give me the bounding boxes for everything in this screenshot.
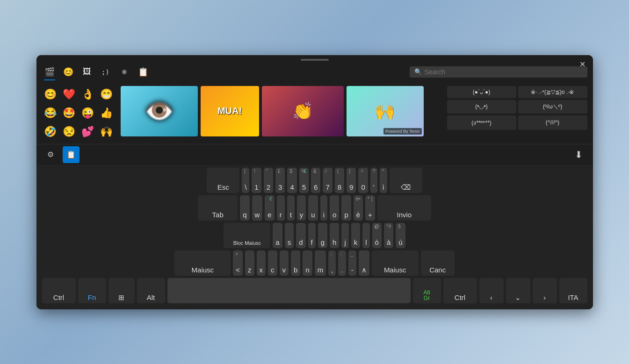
key-ctrl-left[interactable]: Ctrl [42, 278, 76, 303]
gif-item-3[interactable]: 👏 [262, 86, 344, 136]
key-w[interactable]: w [252, 195, 263, 221]
key-6[interactable]: & 6 [311, 168, 320, 193]
key-b[interactable]: b [291, 250, 300, 276]
key-g[interactable]: g [318, 223, 327, 248]
key-u-grave[interactable]: § ù [396, 223, 405, 248]
key-y[interactable]: y [297, 195, 306, 221]
gif-item-1[interactable]: 👁️ [121, 86, 198, 136]
key-f[interactable]: f [308, 223, 316, 248]
key-comma[interactable]: ; , [328, 250, 336, 276]
gif-icon[interactable]: 🎬 [42, 64, 57, 79]
key-d[interactable]: d [296, 223, 305, 248]
key-space[interactable] [167, 278, 411, 303]
key-shift-left[interactable]: Maiusc [174, 250, 231, 276]
image-icon[interactable]: 🖼 [80, 64, 94, 79]
key-q[interactable]: q [240, 195, 249, 221]
kaomoji-btn-1[interactable]: (●`ᴗ´●) [447, 86, 516, 98]
emoji-cell[interactable]: 😊 [42, 86, 59, 103]
key-arrow-down[interactable]: ⌄ [506, 278, 530, 303]
kaomoji-btn-3[interactable]: (•◡•) [447, 100, 516, 114]
emoji-cell[interactable]: 😁 [98, 86, 115, 103]
emoji-cell[interactable]: 😒 [61, 123, 78, 140]
key-9[interactable]: ) 9 [347, 168, 356, 193]
key-alt-gr[interactable]: AltGr [413, 278, 441, 303]
key-less-than[interactable]: > < [233, 250, 243, 276]
download-button[interactable]: ⬇ [571, 146, 587, 163]
gif-item-4[interactable]: 🙌 Powered By Tenor [347, 86, 424, 136]
key-k[interactable]: k [351, 223, 361, 248]
emoji-cell[interactable]: 💕 [80, 123, 96, 140]
key-i[interactable]: i [320, 195, 327, 221]
key-h[interactable]: h [330, 223, 339, 248]
key-caps-lock[interactable]: Bloc Maiusc [224, 223, 270, 248]
key-a[interactable]: a [273, 223, 282, 248]
close-button[interactable]: ✕ [577, 59, 588, 70]
kaomoji-btn-6[interactable]: (^///^) [518, 115, 587, 130]
key-i-grave[interactable]: ^ ì [380, 168, 387, 193]
active-tool-button[interactable]: 📋 [63, 146, 80, 163]
kaomoji-btn-4[interactable]: (º/ω＼º) [518, 100, 587, 114]
key-x[interactable]: x [257, 250, 266, 276]
key-win[interactable]: ⊞ [108, 278, 135, 303]
settings-button[interactable]: ⚙ [42, 146, 59, 163]
clipboard-icon[interactable]: 📋 [136, 64, 151, 79]
emoji-cell[interactable]: 👌 [80, 86, 96, 103]
key-caret[interactable]: ∧ [359, 250, 369, 276]
gif-item-2[interactable]: MUA! [201, 86, 259, 136]
key-e[interactable]: € e [265, 195, 274, 221]
key-2[interactable]: " 2 [264, 168, 273, 193]
emoji-cell[interactable]: 👍 [98, 105, 115, 121]
emoji-cell[interactable]: 😂 [42, 105, 59, 121]
key-a-grave[interactable]: ° # à [384, 223, 393, 248]
key-tab[interactable]: Tab [198, 195, 238, 221]
key-l[interactable]: l [362, 223, 369, 248]
key-shift-right[interactable]: Maiusc [372, 250, 419, 276]
key-s[interactable]: s [285, 223, 294, 248]
key-5[interactable]: % € 5 [299, 168, 309, 193]
key-m[interactable]: m [315, 250, 326, 276]
key-t[interactable]: t [287, 195, 295, 221]
emoji-cell[interactable]: 🙌 [98, 123, 115, 140]
key-canc[interactable]: Canc [421, 250, 455, 276]
key-ctrl-right[interactable]: Ctrl [443, 278, 477, 303]
key-u[interactable]: u [308, 195, 318, 221]
key-8[interactable]: ( 8 [335, 168, 344, 193]
key-j[interactable]: j [341, 223, 348, 248]
kaomoji-icon[interactable]: ;) [98, 64, 113, 79]
key-invio[interactable]: Invio [377, 195, 431, 221]
key-esc[interactable]: Esc [207, 168, 239, 193]
special-chars-icon[interactable]: ※ [117, 64, 132, 79]
key-n[interactable]: n [303, 250, 312, 276]
key-backspace[interactable]: ⌫ [390, 168, 422, 193]
key-0[interactable]: = 0 [358, 168, 368, 193]
emoji-icon[interactable]: 😊 [61, 64, 76, 79]
key-ita[interactable]: ITA [559, 278, 587, 303]
key-4[interactable]: $ 4 [287, 168, 296, 193]
key-z[interactable]: z [245, 250, 254, 276]
key-7[interactable]: / 7 [323, 168, 332, 193]
key-fn[interactable]: Fn [78, 278, 106, 303]
kaomoji-btn-5[interactable]: (ง**ᵒᵒ**) [447, 115, 516, 130]
key-r[interactable]: r [277, 195, 285, 221]
key-arrow-left[interactable]: ‹ [479, 278, 504, 303]
key-o-grave[interactable]: ç @ ò [372, 223, 382, 248]
key-p[interactable]: p [341, 195, 351, 221]
emoji-cell[interactable]: ❤️ [61, 86, 78, 103]
drag-handle[interactable] [36, 55, 593, 63]
emoji-cell[interactable]: 🤣 [42, 123, 59, 140]
key-backslash[interactable]: | \ [242, 168, 249, 193]
emoji-cell[interactable]: 😜 [80, 105, 96, 121]
key-3[interactable]: £ 3 [275, 168, 285, 193]
key-minus[interactable]: _ - [348, 250, 356, 276]
search-input[interactable] [425, 68, 583, 76]
key-period[interactable]: : . [338, 250, 346, 276]
key-v[interactable]: v [280, 250, 289, 276]
key-plus[interactable]: * [ + [365, 195, 375, 221]
key-e-grave[interactable]: é × è [354, 195, 363, 221]
kaomoji-btn-2[interactable]: ※· .·ᵃ(≧▽≦)o .·※ [518, 86, 587, 98]
key-c[interactable]: c [268, 250, 277, 276]
emoji-cell[interactable]: 🤩 [61, 105, 78, 121]
key-o[interactable]: o [330, 195, 339, 221]
key-alt[interactable]: Alt [137, 278, 165, 303]
key-arrow-right[interactable]: › [533, 278, 557, 303]
